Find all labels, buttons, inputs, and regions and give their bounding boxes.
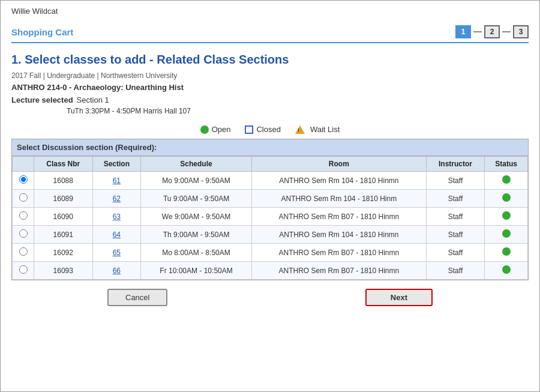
schedule-cell: Tu 9:00AM - 9:50AM <box>141 190 252 208</box>
status-cell <box>485 244 528 262</box>
next-button[interactable]: Next <box>365 289 433 306</box>
instructor-cell: Staff <box>426 208 485 226</box>
table-row: 1608962Tu 9:00AM - 9:50AMANTHRO Sem Rm 1… <box>13 190 528 208</box>
section-link[interactable]: 64 <box>113 231 121 239</box>
shopping-cart-title: Shopping Cart <box>11 27 455 37</box>
room-cell: ANTHRO Sem Rm B07 - 1810 Hinmn <box>251 262 426 280</box>
section-radio[interactable] <box>19 193 28 202</box>
instructor-cell: Staff <box>426 262 485 280</box>
user-name: Willie Wildcat <box>11 7 529 19</box>
steps-indicator: 1 2 3 <box>455 25 529 38</box>
legend-open: Open <box>200 125 231 134</box>
col-class-nbr: Class Nbr <box>34 157 93 172</box>
class-nbr-cell: 16092 <box>34 244 93 262</box>
page-heading: 1. Select classes to add - Related Class… <box>11 53 529 67</box>
sections-table: Class Nbr Section Schedule Room Instruct… <box>12 156 528 280</box>
step-1: 1 <box>455 25 471 38</box>
header-section: Shopping Cart 1 2 3 <box>11 25 529 43</box>
lecture-schedule: TuTh 3:30PM - 4:50PM Harris Hall 107 <box>67 107 529 115</box>
room-cell: ANTHRO Sem Rm B07 - 1810 Hinmn <box>251 208 426 226</box>
section-link[interactable]: 66 <box>113 267 121 275</box>
col-status: Status <box>485 157 528 172</box>
table-row: 1609063We 9:00AM - 9:50AMANTHRO Sem Rm B… <box>13 208 528 226</box>
table-section: Select Discussion section (Required): Cl… <box>11 139 529 280</box>
status-cell <box>485 208 528 226</box>
radio-cell[interactable] <box>13 262 34 280</box>
room-cell: ANTHRO Sem Rm B07 - 1810 Hinmn <box>251 244 426 262</box>
section-radio[interactable] <box>19 247 28 256</box>
room-cell: ANTHRO Sem Rm 104 - 1810 Hinmn <box>251 226 426 244</box>
section-link[interactable]: 61 <box>113 176 121 185</box>
col-radio <box>13 157 34 172</box>
lecture-section: Section 1 <box>77 95 109 104</box>
section-cell[interactable]: 62 <box>92 190 141 208</box>
section-radio[interactable] <box>19 175 28 184</box>
closed-icon <box>245 125 253 134</box>
class-nbr-cell: 16089 <box>34 190 93 208</box>
step-connector-1 <box>473 31 482 32</box>
cancel-button[interactable]: Cancel <box>107 289 167 306</box>
class-nbr-cell: 16091 <box>34 226 93 244</box>
open-status-icon <box>502 211 511 220</box>
radio-cell[interactable] <box>13 190 34 208</box>
open-status-icon <box>502 193 511 202</box>
lecture-selected-row: Lecture selected Section 1 <box>11 95 529 104</box>
section-link[interactable]: 62 <box>113 194 121 203</box>
table-row: 1609265Mo 8:00AM - 8:50AMANTHRO Sem Rm B… <box>13 244 528 262</box>
legend-bar: Open Closed Wait List <box>11 121 529 137</box>
col-room: Room <box>251 157 426 172</box>
class-nbr-cell: 16088 <box>34 172 93 190</box>
open-status-icon <box>502 265 511 274</box>
main-container: Willie Wildcat Shopping Cart 1 2 3 1. Se… <box>0 0 540 392</box>
instructor-cell: Staff <box>426 190 485 208</box>
section-cell[interactable]: 66 <box>92 262 141 280</box>
legend-closed: Closed <box>245 125 280 134</box>
section-radio[interactable] <box>19 265 28 274</box>
instructor-cell: Staff <box>426 226 485 244</box>
class-nbr-cell: 16093 <box>34 262 93 280</box>
table-section-header: Select Discussion section (Required): <box>12 139 528 156</box>
schedule-cell: Mo 8:00AM - 8:50AM <box>141 244 252 262</box>
status-cell <box>485 190 528 208</box>
section-link[interactable]: 65 <box>113 249 121 257</box>
section-link[interactable]: 63 <box>113 213 121 221</box>
section-cell[interactable]: 63 <box>92 208 141 226</box>
col-instructor: Instructor <box>426 157 485 172</box>
radio-cell[interactable] <box>13 244 34 262</box>
schedule-cell: Fr 10:00AM - 10:50AM <box>141 262 252 280</box>
open-status-icon <box>502 175 511 184</box>
table-row: 1609164Th 9:00AM - 9:50AMANTHRO Sem Rm 1… <box>13 226 528 244</box>
instructor-cell: Staff <box>426 172 485 190</box>
instructor-cell: Staff <box>426 244 485 262</box>
radio-cell[interactable] <box>13 208 34 226</box>
open-status-icon <box>502 229 511 238</box>
table-row: 1609366Fr 10:00AM - 10:50AMANTHRO Sem Rm… <box>13 262 528 280</box>
section-radio[interactable] <box>19 229 28 238</box>
radio-cell[interactable] <box>13 172 34 190</box>
section-radio[interactable] <box>19 211 28 220</box>
legend-closed-label: Closed <box>256 125 280 134</box>
schedule-cell: Th 9:00AM - 9:50AM <box>141 226 252 244</box>
section-cell[interactable]: 61 <box>92 172 141 190</box>
section-cell[interactable]: 65 <box>92 244 141 262</box>
schedule-cell: We 9:00AM - 9:50AM <box>141 208 252 226</box>
open-icon <box>200 125 209 134</box>
footer-buttons: Cancel Next <box>11 289 529 306</box>
step-3: 3 <box>513 25 529 38</box>
table-header-row: Class Nbr Section Schedule Room Instruct… <box>13 157 528 172</box>
lecture-label: Lecture selected <box>11 95 73 104</box>
legend-open-label: Open <box>212 125 231 134</box>
legend-waitlist: Wait List <box>295 125 340 134</box>
col-section: Section <box>92 157 141 172</box>
table-row: 1608861Mo 9:00AM - 9:50AMANTHRO Sem Rm 1… <box>13 172 528 190</box>
status-cell <box>485 226 528 244</box>
class-nbr-cell: 16090 <box>34 208 93 226</box>
col-schedule: Schedule <box>141 157 252 172</box>
radio-cell[interactable] <box>13 226 34 244</box>
status-cell <box>485 262 528 280</box>
step-2: 2 <box>484 25 500 38</box>
step-connector-2 <box>502 31 511 32</box>
room-cell: ANTHRO Sem Rm 104 - 1810 Hinm <box>251 190 426 208</box>
term-info: 2017 Fall | Undergraduate | Northwestern… <box>11 71 529 80</box>
section-cell[interactable]: 64 <box>92 226 141 244</box>
